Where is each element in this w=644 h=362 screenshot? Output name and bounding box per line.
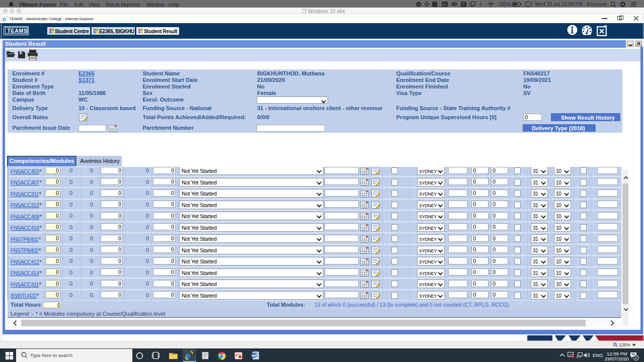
svg-text:100%: 100% <box>498 2 511 7</box>
svg-text:W: W <box>252 353 256 358</box>
svg-text:T: T <box>462 2 465 7</box>
svg-text:Ramneet: Ramneet <box>587 2 607 7</box>
svg-text:Wed 29 Jul 12:09 PM: Wed 29 Jul 12:09 PM <box>535 2 583 7</box>
svg-text:e: e <box>185 351 190 360</box>
svg-text:BI: BI <box>443 2 447 7</box>
svg-text:e: e <box>3 16 6 22</box>
